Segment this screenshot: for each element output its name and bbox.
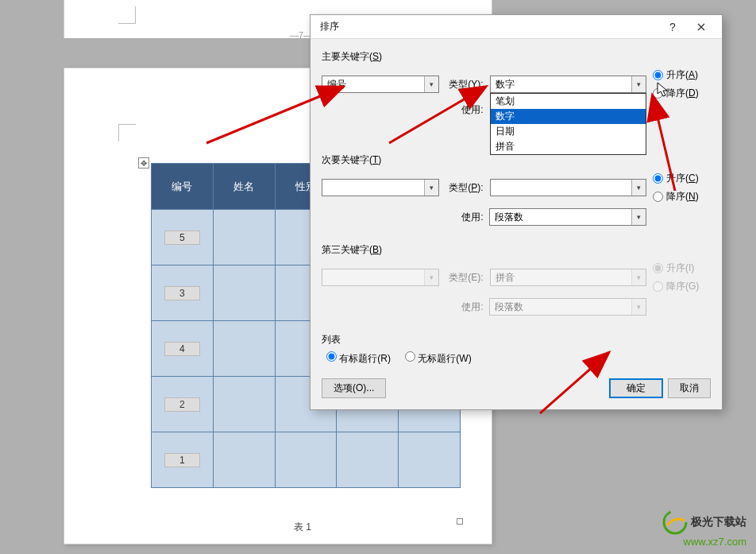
type-label: 类型(P):	[446, 181, 483, 195]
secondary-asc-radio[interactable]: 升序(C)	[653, 172, 711, 185]
dropdown-option[interactable]: 日期	[491, 124, 646, 139]
close-button[interactable]	[687, 16, 716, 38]
dialog-title: 排序	[320, 20, 658, 33]
use-label: 使用:	[446, 211, 483, 224]
no-header-radio[interactable]: 无标题行(W)	[405, 351, 472, 366]
secondary-desc-radio[interactable]: 降序(N)	[653, 190, 711, 203]
third-type-combo: 拼音 ▾	[490, 269, 646, 286]
third-asc-radio: 升序(I)	[653, 262, 711, 275]
chevron-down-icon[interactable]: ▾	[631, 76, 646, 92]
type-label: 类型(E):	[446, 271, 483, 285]
table-move-handle[interactable]: ✥	[138, 157, 149, 169]
list-label: 列表	[322, 333, 711, 347]
third-key-label: 第三关键字(B)	[322, 243, 711, 257]
options-button[interactable]: 选项(O)...	[322, 378, 386, 398]
sort-dialog: 排序 ? 主要关键字(S) 编号 ▾ 类型(Y): 数字 ▾ 笔划 数字	[310, 14, 723, 410]
chevron-down-icon[interactable]: ▾	[424, 76, 438, 92]
primary-key-combo[interactable]: 编号 ▾	[322, 76, 439, 93]
chevron-down-icon[interactable]: ▾	[631, 209, 646, 225]
help-button[interactable]: ?	[658, 16, 687, 38]
primary-asc-radio[interactable]: 升序(A)	[653, 68, 711, 82]
ok-button[interactable]: 确定	[609, 378, 663, 398]
dropdown-option[interactable]: 拼音	[491, 139, 646, 154]
table-row: 1	[152, 432, 461, 488]
has-header-radio[interactable]: 有标题行(R)	[326, 351, 391, 366]
secondary-use-combo[interactable]: 段落数 ▾	[489, 208, 646, 226]
chevron-down-icon: ▾	[631, 269, 646, 285]
chevron-down-icon[interactable]: ▾	[424, 180, 438, 196]
chevron-down-icon[interactable]: ▾	[631, 180, 646, 196]
chevron-down-icon: ▾	[424, 269, 438, 285]
table-header[interactable]: 编号	[152, 164, 214, 210]
type-dropdown-list: 笔划 数字 日期 拼音	[490, 93, 646, 155]
table-caption: 表 1	[294, 521, 311, 534]
svg-point-5	[664, 511, 686, 533]
chevron-down-icon: ▾	[631, 299, 646, 315]
site-logo: 极光下载站 www.xz7.com	[662, 509, 746, 548]
secondary-type-combo[interactable]: ▾	[490, 179, 646, 196]
primary-type-combo[interactable]: 数字 ▾ 笔划 数字 日期 拼音	[490, 76, 646, 93]
use-label: 使用:	[446, 300, 483, 314]
third-desc-radio: 降序(G)	[653, 280, 711, 293]
dropdown-option[interactable]: 数字	[491, 109, 646, 124]
cancel-button[interactable]: 取消	[668, 378, 711, 398]
page-number: —7—	[290, 30, 312, 40]
use-label: 使用:	[446, 103, 483, 117]
table-resize-handle[interactable]	[457, 518, 463, 525]
primary-key-label: 主要关键字(S)	[322, 50, 711, 64]
type-label: 类型(Y):	[446, 78, 483, 91]
primary-desc-radio[interactable]: 降序(D)	[653, 87, 711, 100]
table-header[interactable]: 姓名	[213, 164, 275, 210]
secondary-key-combo[interactable]: ▾	[322, 179, 439, 196]
close-icon	[697, 23, 705, 31]
dialog-titlebar[interactable]: 排序 ?	[310, 15, 722, 39]
dropdown-option[interactable]: 笔划	[491, 94, 646, 109]
third-use-combo: 段落数 ▾	[489, 298, 646, 316]
third-key-combo: ▾	[322, 269, 439, 286]
secondary-key-label: 次要关键字(T)	[322, 153, 711, 167]
